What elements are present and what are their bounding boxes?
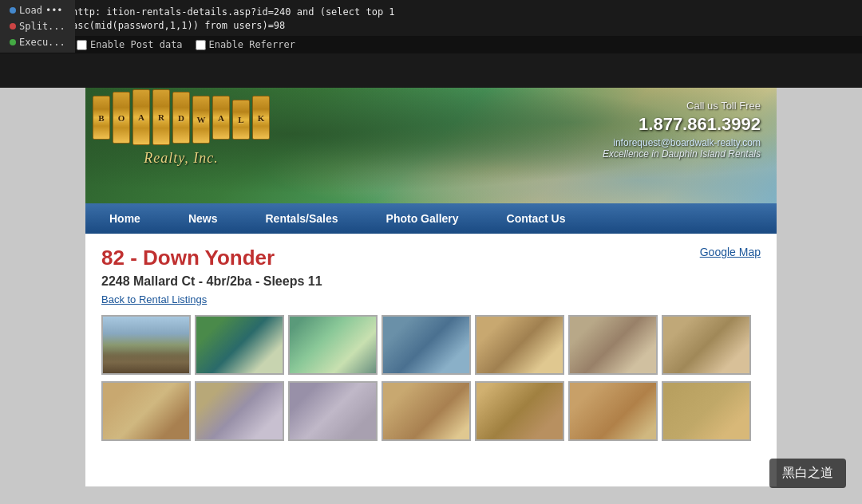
photo-thumb-4[interactable] — [382, 315, 471, 375]
plank-o: O — [113, 92, 130, 144]
load-label: Load — [19, 5, 42, 16]
plank-d: D — [172, 92, 190, 144]
load-icon — [10, 7, 16, 14]
phone-number: 1.877.861.3992 — [603, 114, 761, 135]
property-title: 82 - Down Yonder — [101, 246, 275, 270]
split-icon — [10, 23, 16, 30]
sql-line: asc(mid(password,1,1)) from users)=98 — [72, 20, 862, 31]
load-button[interactable]: Load ••• — [6, 3, 69, 18]
photo-thumb-10[interactable] — [288, 381, 378, 441]
load-ellipsis: ••• — [45, 5, 63, 16]
toolbar: Load ••• Split... Execu... http: ition-r… — [0, 0, 862, 88]
logo-area: B O A R D W A L K Realty, Inc. — [101, 96, 261, 191]
photo-thumb-5[interactable] — [475, 315, 564, 375]
exec-icon — [10, 39, 16, 45]
enable-referrer-label[interactable]: Enable Referrer — [196, 39, 295, 50]
checkbox-row: Enable Post data Enable Referrer — [0, 36, 862, 53]
photo-thumb-12[interactable] — [475, 381, 564, 441]
photo-thumb-6[interactable] — [568, 315, 658, 375]
google-map-link[interactable]: Google Map — [700, 246, 761, 258]
header-contact: Call us Toll Free 1.877.861.3992 inforeq… — [603, 100, 761, 159]
plank-l: L — [232, 100, 250, 140]
enable-post-text: Enable Post data — [90, 39, 183, 50]
site-nav: Home News Rentals/Sales Photo Gallery Co… — [85, 203, 777, 234]
photo-thumb-7[interactable] — [662, 315, 751, 375]
split-label: Split... — [19, 21, 65, 32]
split-button[interactable]: Split... — [6, 19, 69, 33]
watermark: 黑白之道 — [769, 459, 846, 488]
call-toll-free: Call us Toll Free — [603, 100, 761, 112]
exec-label: Execu... — [19, 37, 65, 48]
toolbar-content: http: ition-rentals-details.asp?id=240 a… — [72, 0, 862, 36]
site-wrapper: B O A R D W A L K Realty, Inc. Call us T… — [85, 88, 777, 486]
plank-w: W — [192, 96, 210, 144]
photo-thumb-13[interactable] — [568, 381, 658, 441]
photo-grid-row2 — [101, 381, 761, 441]
email-address: inforequest@boardwalk-realty.com — [603, 137, 761, 148]
enable-referrer-checkbox[interactable] — [196, 40, 206, 50]
nav-item-photo-gallery[interactable]: Photo Gallery — [362, 203, 483, 234]
enable-post-label[interactable]: Enable Post data — [77, 39, 183, 50]
exec-button[interactable]: Execu... — [6, 35, 69, 49]
back-to-listings-link[interactable]: Back to Rental Listings — [101, 293, 761, 305]
plank-b: B — [93, 96, 110, 140]
logo-realty-text: Realty, Inc. — [144, 150, 218, 167]
plank-a: A — [132, 89, 150, 145]
watermark-text: 黑白之道 — [782, 466, 833, 479]
nav-item-home[interactable]: Home — [85, 203, 164, 234]
site-header: B O A R D W A L K Realty, Inc. Call us T… — [85, 88, 777, 203]
logo-planks: B O A R D W A L K — [93, 96, 270, 145]
toolbar-buttons: Load ••• Split... Execu... — [0, 0, 75, 53]
logo-box: B O A R D W A L K Realty, Inc. — [101, 96, 261, 167]
photo-thumb-14[interactable] — [662, 381, 751, 441]
nav-item-contact-us[interactable]: Contact Us — [483, 203, 590, 234]
enable-post-checkbox[interactable] — [77, 40, 87, 50]
nav-item-news[interactable]: News — [164, 203, 242, 234]
url-line: http: ition-rentals-details.asp?id=240 a… — [72, 5, 862, 20]
tagline: Excellence in Dauphin Island Rentals — [603, 148, 761, 159]
enable-referrer-text: Enable Referrer — [209, 39, 295, 50]
plank-a2: A — [212, 96, 230, 140]
photo-grid-row1 — [101, 315, 761, 375]
photo-thumb-3[interactable] — [288, 315, 378, 375]
photo-thumb-9[interactable] — [195, 381, 284, 441]
plank-k: K — [252, 96, 270, 140]
photo-thumb-11[interactable] — [382, 381, 471, 441]
photo-thumb-1[interactable] — [101, 315, 191, 375]
plank-r: R — [152, 89, 170, 145]
property-content: 82 - Down Yonder Google Map 2248 Mallard… — [85, 234, 777, 459]
photo-thumb-2[interactable] — [195, 315, 284, 375]
property-header: 82 - Down Yonder Google Map — [101, 246, 761, 270]
nav-item-rentals-sales[interactable]: Rentals/Sales — [241, 203, 362, 234]
photo-thumb-8[interactable] — [101, 381, 191, 441]
property-address: 2248 Mallard Ct - 4br/2ba - Sleeps 11 — [101, 274, 761, 289]
